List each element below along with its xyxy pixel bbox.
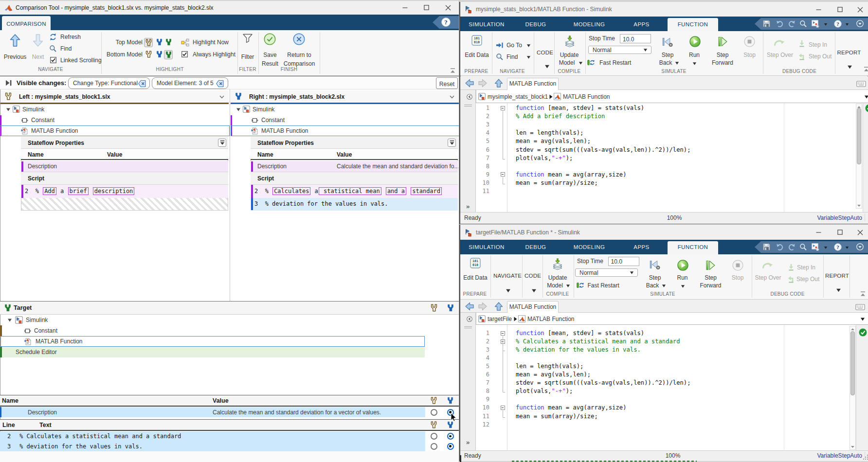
report-arrow-icon[interactable]	[836, 287, 841, 293]
close-button[interactable]	[850, 226, 868, 238]
code-line[interactable]: plot(vals,"-+");	[516, 154, 783, 162]
nav-back-icon[interactable]	[465, 79, 474, 88]
fold-marker[interactable]	[501, 406, 505, 410]
search-icon[interactable]	[799, 20, 807, 28]
report-group-label[interactable]: REPORT	[808, 271, 867, 280]
code-line[interactable]: len = length(vals);	[516, 129, 783, 137]
crumb-model-label[interactable]: mysimple_stats_block1	[488, 92, 548, 101]
update-model-label2[interactable]: Model	[526, 281, 584, 290]
chip-model-element-remove-icon[interactable]	[216, 80, 224, 88]
return-comparison-label[interactable]: Return to Comparison	[278, 51, 320, 65]
stop-time-input[interactable]: 10.0	[620, 34, 651, 43]
left-tree-simulink-label[interactable]: Simulink	[22, 105, 44, 114]
nv-desc-radio-left[interactable]	[431, 409, 437, 416]
screenshot-icon[interactable]	[812, 243, 819, 251]
code-line[interactable]: % Calculates a statistical mean and a st…	[516, 338, 783, 346]
right-pane-collapse-icon[interactable]	[449, 94, 455, 100]
find-label[interactable]: Find	[60, 44, 72, 53]
collapse-toolstrip-icon[interactable]	[450, 68, 456, 74]
run-icon[interactable]	[689, 36, 701, 47]
step-back-arrow-icon[interactable]	[662, 284, 666, 288]
target-tree-expander-icon[interactable]	[7, 318, 12, 322]
code-line[interactable]	[516, 421, 783, 429]
highlight-top-merged-button[interactable]	[164, 38, 173, 47]
reset-button[interactable]: Reset	[436, 77, 458, 89]
target-tree-constant-label[interactable]: Constant	[34, 326, 57, 335]
keyboard-icon[interactable]	[856, 79, 866, 87]
close-button[interactable]	[437, 1, 459, 15]
left-props-collapse-button[interactable]	[218, 139, 226, 147]
crumb-function-label[interactable]: MATLAB Function	[527, 315, 574, 323]
lt-row-2-radio-right[interactable]	[447, 433, 454, 440]
previous-icon[interactable]	[10, 34, 20, 47]
update-model-icon[interactable]	[563, 35, 576, 48]
right-tree-constant-label[interactable]: Constant	[261, 116, 285, 124]
next-icon[interactable]	[33, 34, 43, 47]
nav-forward-icon[interactable]	[478, 79, 487, 88]
crumb-model-label[interactable]: targetFile	[488, 315, 512, 323]
fast-restart-icon[interactable]	[577, 281, 585, 289]
fast-restart-label[interactable]: Fast Restart	[599, 58, 631, 67]
crumb-dropdown-icon[interactable]	[864, 94, 868, 99]
highlight-bottom-merged-button[interactable]	[164, 50, 173, 59]
editor-expand-icon[interactable]: »	[466, 203, 475, 211]
refresh-icon[interactable]	[49, 33, 57, 41]
return-comparison-icon[interactable]	[293, 33, 305, 45]
help-icon[interactable]: ?	[834, 243, 842, 251]
redo-icon[interactable]	[788, 243, 796, 251]
step-back-arrow-icon[interactable]	[675, 61, 679, 65]
linked-scrolling-checkbox[interactable]	[50, 57, 56, 63]
filter-chip-change-type[interactable]: Change Type: Functional	[68, 77, 150, 89]
refresh-label[interactable]: Refresh	[60, 33, 81, 41]
code-line[interactable]	[516, 187, 783, 195]
step-back-icon[interactable]	[662, 36, 674, 48]
tab-function-label[interactable]: FUNCTION	[664, 20, 722, 29]
right-tree-simulink-label[interactable]: Simulink	[253, 105, 274, 114]
chip-change-type-remove-icon[interactable]	[138, 80, 146, 88]
step-back-icon[interactable]	[649, 259, 661, 271]
code-line[interactable]: function mean = avg(array,size)	[516, 171, 783, 179]
redo-icon[interactable]	[788, 20, 796, 28]
navigate-arrow-icon[interactable]	[506, 288, 511, 293]
collapse-toolstrip-icon[interactable]	[860, 291, 866, 297]
tab-simulation[interactable]: SIMULATION	[460, 20, 513, 29]
target-schedule-row[interactable]	[0, 347, 425, 357]
tab-function-label[interactable]: FUNCTION	[664, 243, 722, 251]
tab-modeling[interactable]: MODELING	[562, 243, 616, 251]
step-back-label2[interactable]: Back	[623, 281, 682, 290]
save-icon[interactable]	[763, 243, 770, 250]
code-line[interactable]	[516, 162, 783, 171]
left-tree-expander-icon[interactable]	[6, 107, 11, 112]
highlight-now-icon[interactable]	[181, 38, 189, 47]
lt-row-3-radio-left[interactable]	[431, 443, 437, 450]
nav-back-icon[interactable]	[465, 302, 474, 311]
code-line[interactable]: % deviation for the values in vals.	[516, 346, 783, 354]
highlight-now-label[interactable]: Highlight Now	[193, 38, 229, 47]
splitter-handle[interactable]	[464, 326, 473, 329]
right-tree-mfunction-label[interactable]: MATLAB Function	[261, 126, 308, 135]
code-line[interactable]: mean = avg(vals,len);	[516, 137, 783, 145]
target-right-merge-icon[interactable]	[447, 304, 454, 312]
target-schedule-label[interactable]: Schedule Editor	[16, 348, 57, 356]
tab-apps[interactable]: APPS	[615, 243, 669, 251]
left-tree-constant-label[interactable]: Constant	[31, 116, 54, 124]
keyboard-icon[interactable]	[855, 302, 865, 310]
code-line[interactable]: len = length(vals);	[516, 362, 783, 371]
target-left-merge-icon[interactable]	[430, 304, 438, 312]
crumb-dropdown-icon[interactable]	[860, 317, 865, 321]
code-line[interactable]: stdev = sqrt(sum(((vals-avg(vals,len)).^…	[516, 379, 783, 387]
goto-arrow-icon[interactable]	[526, 43, 531, 48]
help-icon[interactable]: ?	[834, 20, 842, 28]
fold-marker[interactable]	[501, 106, 505, 110]
code-line[interactable]: function [mean, stdev] = stats(vals)	[516, 329, 783, 338]
code-line[interactable]: mean = sum(array)/size;	[516, 179, 783, 187]
step-forward-icon[interactable]	[717, 36, 728, 47]
save-result-icon[interactable]	[264, 33, 276, 45]
tab-debug[interactable]: DEBUG	[509, 243, 562, 251]
close-button[interactable]	[850, 3, 868, 16]
right-props-collapse-button[interactable]	[448, 139, 456, 147]
search-icon[interactable]	[799, 243, 807, 251]
skip-icon[interactable]	[5, 80, 12, 86]
screenshot-arrow-icon[interactable]	[824, 246, 828, 249]
minimize-button[interactable]	[808, 226, 829, 238]
